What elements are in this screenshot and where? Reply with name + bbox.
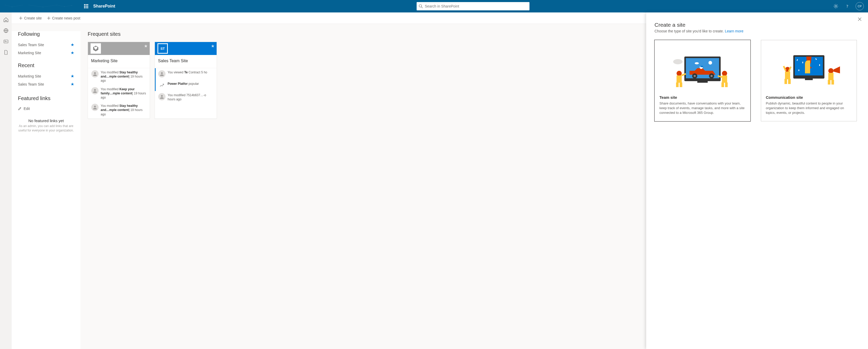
svg-line-23 bbox=[837, 5, 837, 5]
featured-section: Featured links Edit No featured links ye… bbox=[18, 95, 74, 133]
pencil-icon bbox=[18, 107, 22, 110]
svg-point-37 bbox=[94, 89, 96, 91]
help-icon: ? bbox=[845, 4, 849, 8]
svg-point-54 bbox=[677, 71, 682, 76]
svg-point-43 bbox=[673, 59, 683, 64]
create-news-button[interactable]: Create news post bbox=[47, 16, 81, 20]
option-desc: Share documents, have conversations with… bbox=[659, 101, 746, 116]
app-launcher-button[interactable] bbox=[80, 0, 92, 12]
search-wrap bbox=[115, 2, 831, 10]
recent-site[interactable]: Marketing Site ★ bbox=[18, 72, 74, 80]
suite-header: SharePoint ? CP bbox=[0, 0, 868, 12]
person-icon bbox=[158, 93, 165, 100]
svg-line-14 bbox=[421, 7, 423, 8]
create-site-button[interactable]: Create site bbox=[19, 16, 42, 20]
edit-featured-button[interactable]: Edit bbox=[18, 105, 74, 112]
site-logo: ST bbox=[157, 43, 168, 54]
rail-home[interactable] bbox=[3, 17, 8, 22]
site-card[interactable]: ST★Sales Team SiteYou viewed Te Contract… bbox=[155, 42, 217, 119]
svg-rect-67 bbox=[802, 62, 803, 63]
card-activities: You modified Stay healthy and…mple conte… bbox=[88, 68, 150, 119]
rail-globe[interactable] bbox=[3, 28, 8, 33]
card-header: ★ bbox=[88, 42, 150, 55]
recent-site[interactable]: Sales Team Site ★ bbox=[18, 80, 74, 88]
card-title: Sales Team Site bbox=[155, 55, 217, 68]
svg-rect-73 bbox=[805, 78, 813, 80]
option-desc: Publish dynamic, beautiful content to pe… bbox=[766, 101, 852, 116]
svg-text:?: ? bbox=[846, 4, 848, 8]
activity-text: You viewed Te Contract 5 ho bbox=[167, 70, 207, 77]
svg-rect-56 bbox=[676, 83, 679, 87]
following-site[interactable]: Marketing Site ★ bbox=[18, 49, 74, 57]
svg-line-7 bbox=[5, 5, 12, 7]
site-label: Marketing Site bbox=[18, 74, 41, 78]
account-button[interactable]: CP bbox=[856, 2, 864, 10]
activity-row: You viewed Te Contract 5 ho bbox=[155, 68, 217, 80]
activity-text: You modified Stay healthy and…mple conte… bbox=[101, 70, 147, 83]
svg-rect-77 bbox=[788, 79, 791, 84]
svg-rect-82 bbox=[828, 80, 830, 85]
featured-empty-sub: As an admin, you can add links that are … bbox=[18, 124, 74, 133]
star-icon[interactable]: ★ bbox=[70, 74, 74, 78]
rail-files[interactable] bbox=[3, 50, 8, 55]
star-icon[interactable]: ★ bbox=[70, 82, 74, 87]
svg-rect-57 bbox=[680, 83, 682, 87]
team-site-illustration bbox=[659, 45, 746, 92]
settings-button[interactable] bbox=[831, 0, 841, 12]
left-column: Following Sales Team Site ★ Marketing Si… bbox=[12, 31, 81, 349]
plus-icon bbox=[19, 16, 23, 20]
rail-news[interactable] bbox=[3, 39, 8, 44]
learn-more-link[interactable]: Learn more bbox=[725, 29, 743, 33]
featured-heading: Featured links bbox=[18, 95, 74, 101]
help-button[interactable]: ? bbox=[842, 0, 852, 12]
svg-point-39 bbox=[161, 72, 163, 74]
site-label: Marketing Site bbox=[18, 51, 41, 55]
star-icon[interactable]: ★ bbox=[70, 50, 74, 55]
option-title: Communication site bbox=[766, 95, 852, 100]
communication-site-illustration bbox=[766, 45, 852, 92]
svg-rect-47 bbox=[697, 81, 708, 83]
brand-label[interactable]: SharePoint bbox=[93, 4, 115, 8]
svg-rect-83 bbox=[831, 80, 834, 85]
following-site[interactable]: Sales Team Site ★ bbox=[18, 41, 74, 49]
search-icon bbox=[419, 4, 423, 8]
svg-rect-76 bbox=[784, 79, 787, 84]
svg-point-36 bbox=[94, 72, 96, 74]
activity-row: You modified Stay healthy and…mple conte… bbox=[88, 102, 150, 119]
svg-rect-53 bbox=[701, 66, 703, 67]
search-input[interactable] bbox=[425, 4, 527, 8]
create-site-label: Create site bbox=[24, 16, 42, 20]
search-box[interactable] bbox=[416, 2, 529, 10]
svg-rect-62 bbox=[725, 83, 727, 87]
person-icon bbox=[158, 70, 165, 77]
svg-point-15 bbox=[835, 5, 837, 7]
gear-icon bbox=[834, 4, 838, 8]
card-star-icon[interactable]: ★ bbox=[211, 43, 215, 49]
site-card[interactable]: ★Marketing SiteYou modified Stay healthy… bbox=[88, 42, 150, 119]
trending-icon bbox=[158, 82, 165, 89]
communication-site-option[interactable]: Communication site Publish dynamic, beau… bbox=[761, 40, 857, 121]
edit-label: Edit bbox=[24, 106, 30, 111]
svg-line-20 bbox=[834, 5, 835, 5]
star-icon[interactable]: ★ bbox=[70, 42, 74, 47]
team-site-option[interactable]: Team site Share documents, have conversa… bbox=[654, 40, 750, 121]
svg-point-38 bbox=[94, 106, 96, 107]
following-heading: Following bbox=[18, 31, 74, 37]
svg-point-59 bbox=[722, 71, 727, 76]
activity-text: You modified Stay healthy and…mple conte… bbox=[101, 104, 147, 117]
card-star-icon[interactable]: ★ bbox=[144, 43, 148, 49]
svg-rect-61 bbox=[721, 83, 724, 87]
recent-heading: Recent bbox=[18, 62, 74, 68]
site-logo bbox=[91, 43, 101, 54]
panel-close-button[interactable] bbox=[857, 16, 863, 22]
svg-line-21 bbox=[837, 7, 837, 8]
svg-point-13 bbox=[419, 5, 422, 7]
person-icon bbox=[91, 87, 99, 94]
svg-point-40 bbox=[161, 95, 163, 97]
activity-row: Power Platfor popular bbox=[155, 80, 217, 91]
svg-line-9 bbox=[25, 5, 43, 7]
svg-point-46 bbox=[709, 61, 712, 65]
svg-line-22 bbox=[834, 7, 835, 8]
svg-rect-69 bbox=[819, 64, 820, 66]
site-label: Sales Team Site bbox=[18, 82, 44, 86]
